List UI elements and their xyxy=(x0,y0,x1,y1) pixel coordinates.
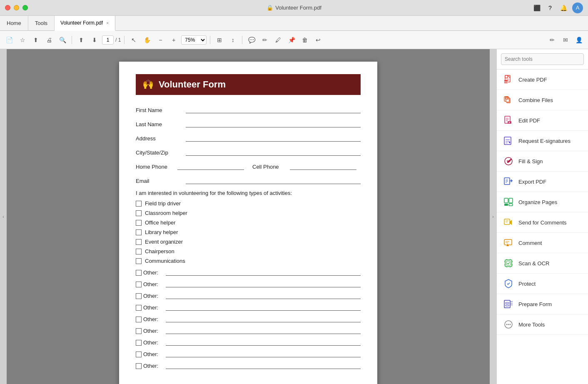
undo-btn[interactable]: ↩ xyxy=(312,34,324,46)
phone-row: Home Phone Cell Phone xyxy=(136,162,361,170)
home-phone-label: Home Phone xyxy=(136,164,173,170)
cb-classroom-box[interactable] xyxy=(136,210,142,216)
other-line-2 xyxy=(166,279,361,287)
tool-organize-pages[interactable]: Organize Pages xyxy=(497,192,588,212)
other-label-6: Other: xyxy=(143,328,164,334)
close-button[interactable] xyxy=(5,5,10,10)
file-tab-close[interactable]: × xyxy=(106,20,109,25)
other-line-5 xyxy=(166,314,361,322)
delete-btn[interactable]: 🗑 xyxy=(299,34,311,46)
prev-page-btn[interactable]: ⬆ xyxy=(75,34,87,46)
other-label-5: Other: xyxy=(143,316,164,322)
maximize-button[interactable] xyxy=(22,5,28,10)
other-cb-7[interactable] xyxy=(136,340,142,346)
other-line-8 xyxy=(166,349,361,357)
cb-library: Library helper xyxy=(136,229,361,235)
comment-btn[interactable]: 💬 xyxy=(246,34,257,46)
pdf-title: Volunteer Form xyxy=(159,79,226,90)
other-row-8: Other: xyxy=(136,349,361,357)
zoom-out-btn[interactable]: − xyxy=(154,34,166,46)
other-cb-4[interactable] xyxy=(136,305,142,311)
title-text: Volunteer Form.pdf xyxy=(275,5,321,11)
other-cb-8[interactable] xyxy=(136,352,142,357)
title-bar-actions: ⬛ ? 🔔 A xyxy=(532,2,583,13)
cb-chairperson-box[interactable] xyxy=(136,249,142,254)
more-tools-label: More Tools xyxy=(518,322,545,328)
minimize-button[interactable] xyxy=(14,5,19,10)
other-label-3: Other: xyxy=(143,293,164,299)
tool-protect[interactable]: Protect xyxy=(497,274,588,294)
other-cb-9[interactable] xyxy=(136,363,142,369)
account-btn2[interactable]: 👤 xyxy=(573,34,585,46)
search-tools-input[interactable] xyxy=(501,53,584,65)
pdf-header: 🙌 Volunteer Form xyxy=(136,74,361,95)
svg-rect-18 xyxy=(504,239,512,245)
tool-fill-sign[interactable]: Fill & Sign xyxy=(497,151,588,172)
cb-event-box[interactable] xyxy=(136,239,142,245)
pencil-btn[interactable]: ✏ xyxy=(259,34,271,46)
tool-create-pdf[interactable]: PDF Create PDF xyxy=(497,70,588,90)
file-tab[interactable]: Volunteer Form.pdf × xyxy=(55,16,115,31)
fit-page-btn[interactable]: ↕ xyxy=(227,34,239,46)
hand-tool[interactable]: ✋ xyxy=(141,34,153,46)
sep3 xyxy=(210,36,210,44)
other-cb-2[interactable] xyxy=(136,282,142,287)
fill-sign-label: Fill & Sign xyxy=(518,158,543,165)
account-icon[interactable]: A xyxy=(572,2,583,13)
screen-icon[interactable]: ⬛ xyxy=(532,3,541,12)
svg-text:PDF: PDF xyxy=(503,81,508,83)
cb-office-box[interactable] xyxy=(136,220,142,226)
page-number-input[interactable] xyxy=(102,35,114,45)
other-cb-3[interactable] xyxy=(136,293,142,299)
cb-field-trip-label: Field trip driver xyxy=(145,200,181,207)
pdf-viewer[interactable]: 🙌 Volunteer Form First Name Last Name Ad… xyxy=(7,49,490,384)
tool-edit-pdf[interactable]: Edit PDF xyxy=(497,110,588,131)
pointer-tool[interactable]: ↖ xyxy=(128,34,140,46)
tool-comment[interactable]: Comment xyxy=(497,233,588,253)
notification-icon[interactable]: 🔔 xyxy=(559,3,568,12)
cb-library-box[interactable] xyxy=(136,229,142,235)
other-cb-5[interactable] xyxy=(136,317,142,322)
send-comments-label: Send for Comments xyxy=(518,219,567,226)
left-collapse-btn[interactable]: ‹ xyxy=(0,49,7,384)
cb-event: Event organizer xyxy=(136,239,361,245)
next-page-btn[interactable]: ⬇ xyxy=(89,34,100,46)
zoom-in-btn[interactable]: + xyxy=(168,34,179,46)
home-phone-line xyxy=(177,162,244,170)
other-cb-1[interactable] xyxy=(136,270,142,276)
cb-event-label: Event organizer xyxy=(145,239,183,245)
markup-btn[interactable]: 📌 xyxy=(286,34,297,46)
edit-pdf-label: Edit PDF xyxy=(518,117,540,124)
tool-scan-ocr[interactable]: Scan & OCR xyxy=(497,253,588,274)
tools-tab[interactable]: Tools xyxy=(28,16,55,30)
tool-combine-files[interactable]: Combine Files xyxy=(497,90,588,110)
help-icon[interactable]: ? xyxy=(546,3,555,12)
tool-more-tools[interactable]: More Tools xyxy=(497,314,588,335)
other-label-9: Other: xyxy=(143,363,164,369)
right-collapse-btn[interactable]: › xyxy=(490,49,496,384)
cb-communications-box[interactable] xyxy=(136,258,142,264)
redact-btn[interactable]: ✏ xyxy=(546,34,558,46)
svg-rect-13 xyxy=(504,198,508,203)
share-btn[interactable]: ✉ xyxy=(560,34,571,46)
cell-phone-label: Cell Phone xyxy=(252,164,286,170)
print-btn[interactable]: 🖨 xyxy=(43,34,55,46)
tool-request-esig[interactable]: Request E-signatures xyxy=(497,131,588,151)
new-document-btn[interactable]: 📄 xyxy=(3,34,15,46)
bookmark-btn[interactable]: ☆ xyxy=(17,34,28,46)
cb-field-trip-box[interactable] xyxy=(136,201,142,207)
sep1 xyxy=(72,36,72,44)
other-cb-6[interactable] xyxy=(136,328,142,334)
highlight-btn[interactable]: 🖊 xyxy=(272,34,284,46)
city-state-zip-row: City/State/Zip xyxy=(136,147,361,156)
tool-prepare-form[interactable]: Prepare Form xyxy=(497,294,588,314)
marquee-zoom-btn[interactable]: ⊞ xyxy=(214,34,225,46)
other-row-2: Other: xyxy=(136,279,361,287)
zoom-select[interactable]: 75% 100% 125% 150% xyxy=(181,35,207,45)
home-tab[interactable]: Home xyxy=(0,16,28,30)
search-btn[interactable]: 🔍 xyxy=(57,34,68,46)
tool-send-comments[interactable]: Send for Comments xyxy=(497,212,588,233)
upload-btn[interactable]: ⬆ xyxy=(30,34,42,46)
tool-export-pdf[interactable]: Export PDF xyxy=(497,172,588,192)
svg-point-26 xyxy=(508,324,509,325)
